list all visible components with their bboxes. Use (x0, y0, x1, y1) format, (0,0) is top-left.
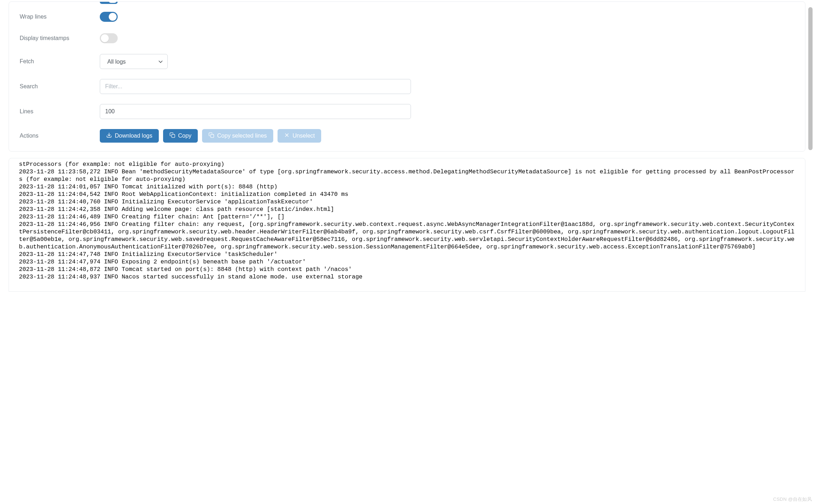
wrap-lines-row: Wrap lines (9, 6, 805, 28)
actions-row: Actions Download logs Copy (9, 124, 805, 148)
page: Wrap lines Display timestamps Fetch All … (0, 1, 814, 292)
copy-button[interactable]: Copy (163, 129, 198, 143)
fetch-select[interactable]: All logs (100, 54, 168, 69)
fetch-label: Fetch (20, 58, 100, 65)
download-icon (106, 132, 112, 139)
unselect-button[interactable]: Unselect (278, 129, 321, 143)
unselect-label: Unselect (293, 133, 315, 139)
log-output-panel: stProcessors (for example: not eligible … (9, 158, 805, 292)
copy-selected-button[interactable]: Copy selected lines (202, 129, 273, 143)
display-timestamps-row: Display timestamps (9, 28, 805, 49)
lines-row: Lines (9, 99, 805, 124)
log-settings-panel: Wrap lines Display timestamps Fetch All … (9, 1, 805, 152)
download-logs-label: Download logs (115, 133, 152, 139)
scrollbar-thumb[interactable] (808, 7, 813, 150)
display-timestamps-toggle[interactable] (100, 33, 118, 43)
lines-label: Lines (20, 108, 100, 115)
actions-label: Actions (20, 133, 100, 139)
search-label: Search (20, 83, 100, 90)
log-output[interactable]: stProcessors (for example: not eligible … (9, 159, 805, 281)
copy-selected-icon (209, 132, 214, 139)
download-logs-button[interactable]: Download logs (100, 129, 159, 143)
copy-label: Copy (178, 133, 191, 139)
search-input[interactable] (100, 79, 411, 94)
svg-rect-1 (172, 134, 175, 138)
partial-toggle-top (100, 2, 118, 4)
wrap-lines-label: Wrap lines (20, 14, 100, 20)
search-row: Search (9, 74, 805, 99)
display-timestamps-label: Display timestamps (20, 35, 100, 41)
lines-input[interactable] (100, 104, 411, 119)
copy-selected-label: Copy selected lines (217, 133, 267, 139)
close-icon (284, 132, 290, 139)
fetch-select-wrapper: All logs (100, 54, 168, 69)
fetch-row: Fetch All logs (9, 49, 805, 74)
svg-rect-2 (211, 134, 214, 138)
copy-icon (170, 132, 175, 139)
wrap-lines-toggle[interactable] (100, 12, 118, 22)
